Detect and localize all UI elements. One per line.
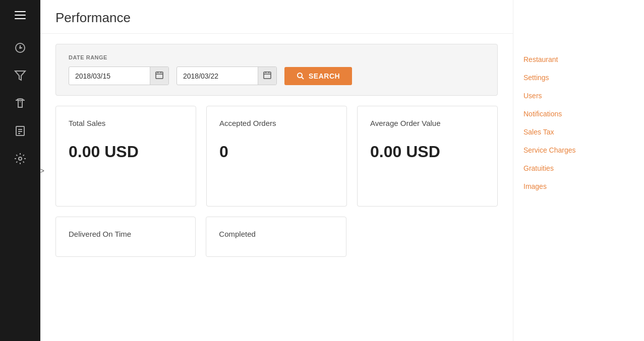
end-date-wrapper: [177, 66, 277, 85]
svg-point-8: [19, 157, 22, 160]
average-order-value: 0.00 USD: [370, 143, 485, 161]
svg-point-17: [298, 73, 302, 78]
date-range-panel: DATE RANGE: [55, 44, 498, 96]
completed-title: Completed: [219, 230, 333, 238]
svg-marker-2: [15, 71, 25, 80]
search-button[interactable]: SEARCH: [284, 67, 352, 85]
filter-icon[interactable]: [8, 63, 33, 88]
end-date-calendar-button[interactable]: [258, 67, 276, 85]
page-header: Performance: [40, 0, 513, 34]
end-date-input[interactable]: [177, 68, 258, 84]
svg-point-3: [20, 101, 21, 102]
reports-icon[interactable]: [8, 118, 33, 144]
average-order-title: Average Order Value: [370, 119, 485, 127]
right-nav-gratuities[interactable]: Gratuities: [523, 159, 629, 177]
right-nav-users[interactable]: Users: [523, 87, 629, 105]
sidebar: >: [0, 0, 40, 341]
total-sales-card: Total Sales 0.00 USD: [55, 106, 196, 207]
content-area: DATE RANGE: [40, 34, 513, 267]
hamburger-menu[interactable]: [10, 5, 30, 25]
collapse-arrow[interactable]: >: [40, 167, 44, 175]
total-sales-value: 0.00 USD: [69, 143, 183, 161]
date-range-label: DATE RANGE: [69, 54, 485, 60]
right-nav-settings[interactable]: Settings: [523, 69, 629, 87]
orders-icon[interactable]: [8, 91, 33, 116]
right-nav: Restaurant Settings Users Notifications …: [513, 0, 644, 341]
svg-line-18: [302, 77, 304, 79]
right-nav-notifications[interactable]: Notifications: [523, 105, 629, 123]
delivered-on-time-card: Delivered On Time: [55, 217, 196, 257]
bottom-cards-row: Delivered On Time Completed: [55, 217, 498, 257]
delivered-on-time-title: Delivered On Time: [69, 230, 183, 238]
total-sales-title: Total Sales: [69, 119, 183, 127]
start-date-wrapper: [69, 66, 169, 85]
main-content: Performance DATE RANGE: [40, 0, 513, 341]
average-order-card: Average Order Value 0.00 USD: [357, 106, 498, 207]
stats-row: Total Sales 0.00 USD Accepted Orders 0 A…: [55, 106, 498, 207]
search-button-label: SEARCH: [309, 72, 340, 80]
right-nav-service-charges[interactable]: Service Charges: [523, 141, 629, 159]
date-inputs-row: SEARCH: [69, 66, 485, 85]
right-nav-restaurant[interactable]: Restaurant: [523, 50, 629, 69]
dashboard-icon[interactable]: [8, 35, 33, 60]
start-date-input[interactable]: [69, 68, 150, 84]
right-nav-images[interactable]: Images: [523, 177, 629, 195]
accepted-orders-value: 0: [219, 143, 334, 161]
page-title: Performance: [55, 10, 498, 26]
svg-rect-13: [264, 72, 271, 79]
accepted-orders-title: Accepted Orders: [219, 119, 334, 127]
completed-card: Completed: [206, 217, 346, 257]
settings-icon[interactable]: [8, 146, 33, 171]
start-date-calendar-button[interactable]: [150, 67, 168, 85]
right-nav-sales-tax[interactable]: Sales Tax: [523, 123, 629, 141]
svg-point-1: [19, 47, 21, 49]
svg-rect-9: [156, 72, 163, 79]
accepted-orders-card: Accepted Orders 0: [206, 106, 347, 207]
